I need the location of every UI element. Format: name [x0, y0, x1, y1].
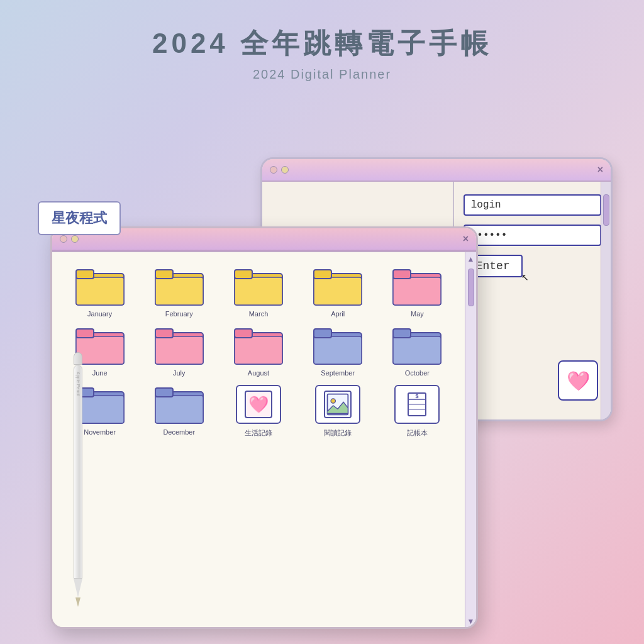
- folder-label-february: February: [165, 310, 193, 318]
- folder-label-october: October: [405, 369, 430, 377]
- close-button-back[interactable]: ×: [597, 164, 603, 175]
- folder-may[interactable]: May: [379, 265, 455, 318]
- svg-rect-2: [76, 270, 94, 279]
- svg-point-38: [331, 399, 335, 403]
- svg-rect-7: [235, 277, 282, 305]
- svg-rect-11: [314, 270, 331, 279]
- svg-rect-19: [155, 336, 203, 364]
- tag-badge: 星夜程式: [38, 201, 121, 235]
- svg-rect-26: [314, 329, 331, 338]
- tablet-front: × January: [50, 226, 478, 629]
- folder-label-january: January: [87, 310, 112, 318]
- window-dots: [270, 166, 289, 174]
- scrollbar-front[interactable]: ▲ ▼: [465, 252, 476, 628]
- svg-rect-13: [393, 277, 441, 305]
- folder-label-account-book: 記帳本: [407, 428, 428, 438]
- scroll-thumb-front[interactable]: [468, 269, 474, 306]
- folder-account-book[interactable]: $ 記帳本: [379, 383, 455, 438]
- folder-life-record[interactable]: 🩷 生活記錄: [220, 383, 296, 438]
- heart-widget[interactable]: 🩷: [558, 360, 598, 401]
- svg-rect-17: [76, 329, 94, 338]
- svg-rect-20: [155, 329, 173, 338]
- pencil-body: Apple Pencil: [74, 365, 82, 579]
- dot-yellow[interactable]: [281, 166, 289, 174]
- folder-label-december: December: [163, 428, 195, 436]
- page-subtitle: 2024 Digital Planner: [0, 67, 644, 82]
- folder-october[interactable]: October: [379, 324, 455, 377]
- svg-rect-5: [155, 270, 173, 279]
- folder-label-april: April: [331, 310, 345, 318]
- password-field[interactable]: ••••••: [464, 225, 601, 246]
- folder-label-august: August: [248, 369, 269, 377]
- scroll-up-arrow[interactable]: ▲: [467, 255, 475, 264]
- pencil-point: [75, 597, 80, 607]
- folder-july[interactable]: July: [141, 324, 217, 377]
- scrollbar-back[interactable]: [601, 182, 611, 419]
- login-field[interactable]: login: [464, 194, 601, 216]
- folder-label-reading-record: 閱讀記錄: [324, 428, 352, 438]
- folder-grid: January February: [62, 265, 455, 438]
- folder-reading-record[interactable]: 閱讀記錄: [300, 383, 376, 438]
- pencil-cap: [74, 352, 82, 365]
- window-dots-front: [60, 235, 79, 243]
- svg-rect-28: [393, 336, 441, 364]
- dot-red-front[interactable]: [60, 235, 67, 243]
- svg-rect-22: [235, 336, 282, 364]
- folder-january[interactable]: January: [62, 265, 138, 318]
- svg-rect-10: [314, 277, 362, 305]
- folder-march[interactable]: March: [220, 265, 296, 318]
- folder-label-life-record: 生活記錄: [245, 428, 272, 438]
- folder-label-september: September: [321, 369, 355, 377]
- heart-icon: 🩷: [567, 370, 590, 392]
- folder-label-march: March: [249, 310, 269, 318]
- svg-rect-1: [76, 277, 124, 305]
- folder-april[interactable]: April: [300, 265, 376, 318]
- svg-rect-4: [155, 277, 203, 305]
- folder-label-november: November: [84, 428, 116, 436]
- folder-label-june: June: [92, 369, 108, 377]
- scroll-down-arrow[interactable]: ▼: [467, 617, 475, 626]
- folder-december[interactable]: December: [141, 383, 217, 438]
- dot-red[interactable]: [270, 166, 277, 174]
- svg-rect-34: [155, 396, 203, 423]
- svg-rect-23: [235, 329, 252, 338]
- svg-rect-35: [155, 388, 173, 397]
- svg-rect-8: [235, 270, 252, 279]
- dot-yellow-front[interactable]: [71, 235, 79, 243]
- folder-september[interactable]: September: [300, 324, 376, 377]
- svg-rect-14: [393, 270, 411, 279]
- close-button-front[interactable]: ×: [463, 233, 469, 245]
- svg-rect-25: [314, 336, 362, 364]
- window-body-front: January February: [52, 252, 476, 628]
- folder-area: January February: [52, 252, 465, 628]
- folder-february[interactable]: February: [141, 265, 217, 318]
- scroll-thumb-back[interactable]: [603, 194, 609, 226]
- folder-august[interactable]: August: [220, 324, 296, 377]
- apple-pencil: Apple Pencil: [72, 352, 84, 604]
- svg-text:$: $: [416, 393, 419, 399]
- pencil-tip: [74, 579, 82, 597]
- titlebar-back: ×: [262, 159, 611, 182]
- svg-rect-29: [393, 329, 411, 338]
- cursor-icon: ↖: [521, 272, 529, 282]
- folder-label-may: May: [411, 310, 424, 318]
- folder-label-july: July: [173, 369, 186, 377]
- page-title: 2024 全年跳轉電子手帳: [0, 25, 644, 62]
